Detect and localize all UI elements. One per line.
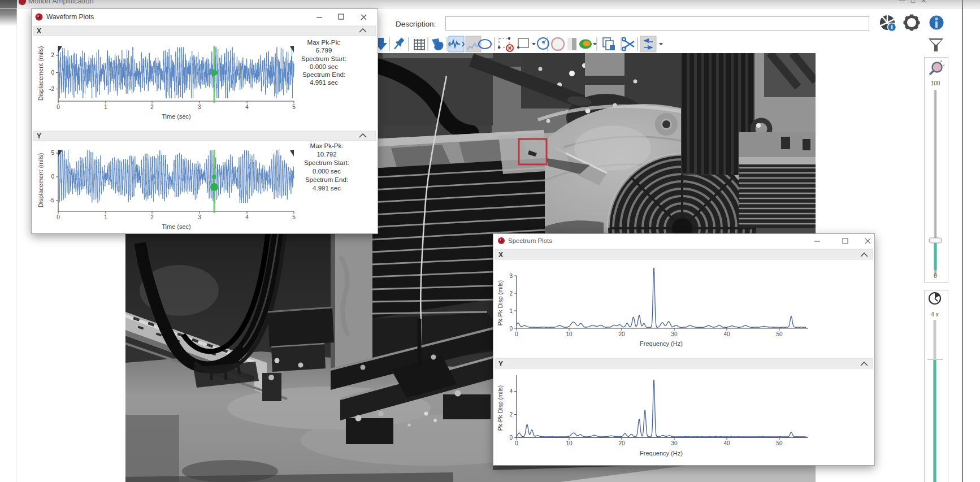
svg-text:-5: -5 (49, 197, 54, 203)
svg-text:Y: Y (37, 132, 41, 140)
svg-text:Max Pk-Pk:: Max Pk-Pk: (307, 39, 341, 46)
svg-text:Frequency (Hz): Frequency (Hz) (640, 450, 683, 457)
svg-text:Max Pk-Pk:: Max Pk-Pk: (310, 142, 344, 149)
svg-text:2: 2 (150, 214, 154, 220)
svg-text:4: 4 (509, 388, 513, 394)
svg-text:2: 2 (51, 52, 54, 58)
svg-text:Waveform Plots: Waveform Plots (46, 13, 94, 21)
svg-text:10: 10 (566, 440, 573, 446)
svg-text:6.799: 6.799 (316, 47, 332, 54)
svg-text:3: 3 (198, 104, 201, 110)
svg-text:0: 0 (51, 70, 54, 76)
svg-text:Pk-Pk Disp (mils): Pk-Pk Disp (mils) (497, 280, 504, 326)
svg-text:4: 4 (245, 104, 249, 110)
svg-text:0.000 sec: 0.000 sec (313, 168, 341, 175)
svg-text:Spectrum Plots: Spectrum Plots (508, 237, 552, 244)
svg-text:Pk-Pk Disp (mils): Pk-Pk Disp (mils) (497, 385, 504, 431)
svg-text:30: 30 (671, 440, 678, 446)
svg-text:5: 5 (292, 104, 296, 110)
svg-text:0: 0 (51, 173, 54, 180)
svg-text:X: X (498, 251, 503, 259)
svg-text:Time (sec): Time (sec) (162, 113, 191, 120)
svg-text:4 x: 4 x (931, 311, 938, 318)
svg-text:0.000 sec: 0.000 sec (310, 63, 338, 70)
svg-text:0: 0 (934, 273, 937, 279)
svg-text:1: 1 (104, 214, 107, 220)
svg-text:0: 0 (57, 104, 60, 110)
svg-text:2: 2 (509, 411, 513, 418)
svg-text:50: 50 (776, 440, 783, 446)
svg-text:5: 5 (292, 214, 296, 220)
svg-text:1: 1 (509, 308, 513, 314)
svg-text:100: 100 (931, 80, 940, 86)
svg-text:30: 30 (671, 331, 678, 337)
svg-text:2: 2 (150, 104, 154, 110)
svg-text:Spectrum End:: Spectrum End: (302, 71, 345, 78)
svg-text:10: 10 (566, 331, 573, 337)
svg-text:Displacement (mils): Displacement (mils) (37, 153, 44, 208)
svg-text:50: 50 (776, 331, 783, 337)
svg-text:1: 1 (104, 104, 107, 110)
svg-text:3: 3 (198, 214, 201, 220)
svg-text:0: 0 (515, 440, 518, 446)
svg-text:2: 2 (509, 290, 513, 297)
svg-text:0: 0 (509, 435, 513, 441)
svg-text:4.991 sec: 4.991 sec (313, 185, 341, 192)
svg-text:4.991 sec: 4.991 sec (310, 79, 338, 86)
svg-text:Spectrum Start:: Spectrum Start: (304, 159, 349, 166)
svg-text:3: 3 (509, 273, 513, 279)
svg-text:5: 5 (51, 150, 54, 156)
svg-text:20: 20 (618, 440, 625, 446)
svg-text:40: 40 (723, 440, 730, 446)
svg-text:10.792: 10.792 (316, 151, 336, 158)
svg-text:-2: -2 (49, 86, 54, 92)
svg-text:0: 0 (57, 214, 60, 220)
svg-text:X: X (37, 27, 41, 35)
svg-text:Spectrum End:: Spectrum End: (305, 176, 348, 183)
svg-text:20: 20 (618, 331, 625, 337)
svg-text:Displacement (mils): Displacement (mils) (37, 46, 44, 101)
svg-text:0: 0 (515, 331, 518, 337)
svg-text:4: 4 (245, 214, 249, 220)
svg-text:Frequency (Hz): Frequency (Hz) (640, 340, 683, 347)
svg-text:Y: Y (498, 360, 503, 368)
svg-text:0: 0 (509, 325, 513, 332)
svg-text:40: 40 (723, 331, 730, 337)
svg-text:Time (sec): Time (sec) (162, 223, 191, 230)
svg-text:Spectrum Start:: Spectrum Start: (301, 55, 346, 62)
